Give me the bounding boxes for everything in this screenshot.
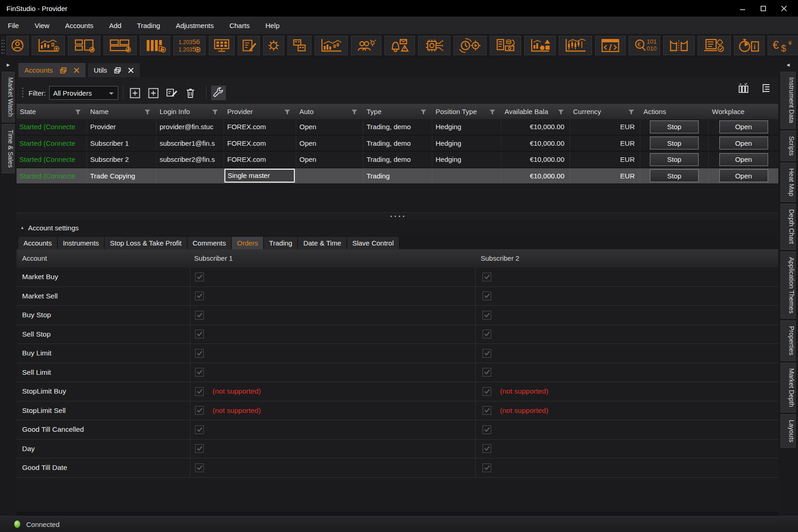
dock-tab-layouts[interactable]: Layouts: [781, 414, 796, 448]
order-type-row[interactable]: Market Buy: [17, 268, 778, 287]
menu-adjustments[interactable]: Adjustments: [168, 17, 222, 34]
open-workplace-button[interactable]: Open: [719, 120, 768, 133]
order-type-checkbox[interactable]: [482, 273, 491, 281]
order-type-checkbox[interactable]: [195, 273, 204, 281]
toolbar-algo-chip-button[interactable]: [418, 36, 450, 55]
order-type-checkbox[interactable]: [482, 406, 491, 415]
column-chooser-button[interactable]: [736, 81, 751, 96]
open-workplace-button[interactable]: Open: [719, 137, 768, 149]
add-account-button[interactable]: [128, 86, 143, 100]
stop-button[interactable]: Stop: [650, 137, 699, 149]
close-tab-icon[interactable]: [128, 68, 134, 73]
order-type-checkbox[interactable]: [482, 292, 491, 300]
settings-tab-date-time[interactable]: Date & Time: [298, 237, 346, 249]
dock-tab-scripts[interactable]: Scripts: [781, 131, 796, 161]
column-header-login-info[interactable]: Login Info: [156, 104, 224, 119]
column-header-currency[interactable]: Currency: [570, 104, 640, 119]
tab-accounts[interactable]: Accounts: [18, 63, 86, 77]
menu-help[interactable]: Help: [258, 17, 287, 34]
toolbar-company-accounts-button[interactable]: [287, 36, 311, 55]
open-workplace-button[interactable]: Open: [719, 153, 768, 166]
filter-funnel-icon[interactable]: [284, 109, 290, 116]
account-row[interactable]: Started (ConnecteTrade CopyingSingle mas…: [17, 168, 778, 185]
menu-accounts[interactable]: Accounts: [57, 17, 101, 34]
order-type-row[interactable]: Market Sell: [17, 287, 778, 306]
open-workplace-button[interactable]: Open: [719, 169, 768, 182]
order-type-row[interactable]: Sell Limit: [17, 363, 778, 383]
float-tab-icon[interactable]: [60, 67, 67, 74]
toolbar-symbol-search-button[interactable]: €101010: [629, 36, 660, 55]
order-type-checkbox[interactable]: [195, 463, 204, 472]
column-header-position-type[interactable]: Position Type: [432, 104, 501, 119]
order-type-checkbox[interactable]: [482, 387, 491, 396]
toolbar-settings-gear-button[interactable]: [263, 36, 284, 55]
order-type-checkbox[interactable]: [482, 311, 491, 320]
account-settings-wrench-button[interactable]: [211, 86, 226, 100]
filter-dropdown[interactable]: All Providers: [49, 86, 118, 100]
filter-funnel-icon[interactable]: [420, 109, 426, 116]
column-header-available-bala[interactable]: Available Bala: [501, 104, 570, 119]
stop-button[interactable]: Stop: [650, 120, 699, 133]
toolbar-account-manager-button[interactable]: [6, 36, 29, 55]
close-tab-icon[interactable]: [74, 68, 80, 73]
menu-add[interactable]: Add: [101, 17, 129, 34]
order-type-checkbox[interactable]: [195, 292, 204, 300]
settings-tab-slave-control[interactable]: Slave Control: [347, 237, 399, 249]
order-type-row[interactable]: Good Till Cancelled: [17, 420, 778, 440]
column-header-auto[interactable]: Auto: [296, 104, 363, 119]
toolbar-new-candlestick-chart-button[interactable]: [32, 36, 65, 55]
column-header-provider[interactable]: Provider: [224, 104, 296, 119]
dock-tab-market-watch[interactable]: Market Watch: [2, 72, 15, 122]
expand-dock-icon[interactable]: ◀: [778, 63, 798, 67]
toolbar-screen-grid-button[interactable]: [209, 36, 235, 55]
menu-trading[interactable]: Trading: [129, 17, 168, 34]
column-header-type[interactable]: Type: [363, 104, 432, 119]
expand-dock-icon[interactable]: ▶: [0, 63, 17, 67]
order-type-checkbox[interactable]: [195, 368, 204, 377]
order-type-checkbox[interactable]: [482, 425, 491, 434]
order-type-checkbox[interactable]: [195, 311, 204, 320]
horizontal-splitter[interactable]: [17, 212, 778, 220]
order-type-row[interactable]: StopLimit Buy(not supported)(not support…: [17, 382, 778, 401]
order-type-row[interactable]: StopLimit Sell(not supported)(not suppor…: [17, 401, 778, 421]
toolbar-scheduler-automation-button[interactable]: [454, 36, 487, 55]
toolbar-alerts-notifications-button[interactable]: [385, 36, 415, 55]
stop-button[interactable]: Stop: [650, 169, 699, 182]
dock-tab-time-sales[interactable]: Time & Sales: [2, 124, 15, 173]
toolbar-technical-chart-button[interactable]: [559, 36, 592, 55]
order-type-checkbox[interactable]: [482, 349, 491, 358]
order-type-checkbox[interactable]: [195, 444, 204, 453]
order-type-row[interactable]: Buy Limit: [17, 344, 778, 363]
column-header-name[interactable]: Name: [87, 104, 156, 119]
menu-file[interactable]: File: [0, 17, 27, 34]
toolbar-new-bar-chart-button[interactable]: [140, 36, 170, 55]
settings-tab-orders[interactable]: Orders: [232, 237, 263, 249]
group-panel-button[interactable]: [759, 81, 774, 96]
minimize-button[interactable]: [732, 0, 753, 17]
column-header-workplace[interactable]: Workplace: [709, 104, 778, 119]
toolbar-report-checklist-button[interactable]: [698, 36, 731, 55]
filter-funnel-icon[interactable]: [144, 109, 150, 116]
maximize-button[interactable]: [753, 0, 774, 17]
dock-tab-properties[interactable]: Properties: [781, 320, 796, 361]
edit-account-button[interactable]: [165, 86, 179, 100]
toolbar-depth-curves-button[interactable]: [663, 36, 695, 55]
toolbar-chart-shapes-button[interactable]: [524, 36, 556, 55]
settings-tab-instruments[interactable]: Instruments: [58, 237, 104, 249]
settings-tab-comments[interactable]: Comments: [188, 237, 231, 249]
stop-button[interactable]: Stop: [650, 153, 699, 166]
add-account-alt-button[interactable]: [146, 86, 161, 100]
dock-tab-instrument-data[interactable]: Instrument Data: [781, 72, 796, 129]
filter-funnel-icon[interactable]: [75, 109, 81, 116]
order-type-checkbox[interactable]: [195, 406, 204, 415]
toolbar-timer-info-button[interactable]: i: [734, 36, 764, 55]
delete-account-button[interactable]: [183, 86, 198, 100]
account-row[interactable]: Started (ConnecteProviderprovider@fin.st…: [17, 119, 778, 136]
dock-tab-market-depth[interactable]: Market Depth: [781, 363, 796, 412]
toolbar-currency-exchange-button[interactable]: €$¥: [768, 36, 798, 55]
dock-tab-depth-chart[interactable]: Depth Chart: [781, 204, 796, 249]
order-type-row[interactable]: Day: [17, 440, 778, 459]
order-type-row[interactable]: Sell Stop: [17, 325, 778, 344]
toolbar-market-overview-chart-button[interactable]: [315, 36, 348, 55]
column-header-state[interactable]: State: [17, 104, 87, 119]
